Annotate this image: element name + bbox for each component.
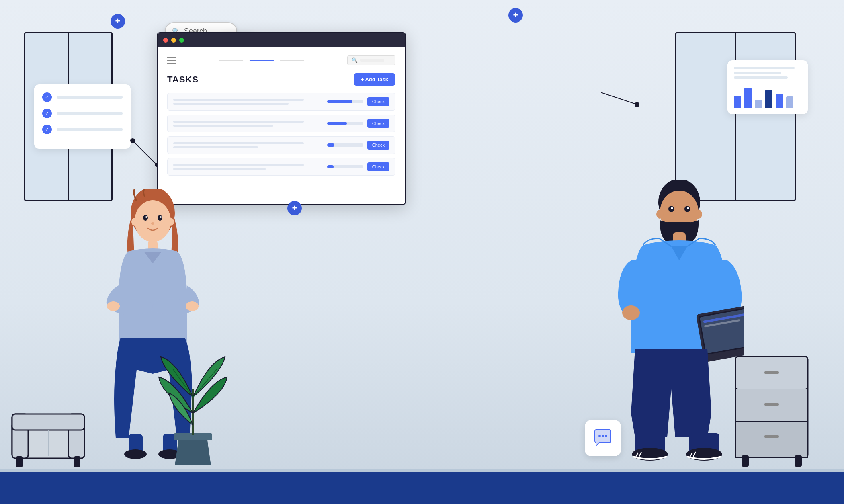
check-icon-2: ✓ — [42, 109, 52, 118]
dresser — [731, 349, 812, 471]
chart-bar-6 — [786, 96, 793, 108]
svg-point-26 — [168, 218, 174, 226]
svg-point-14 — [602, 435, 604, 437]
hamburger-line-2 — [167, 60, 176, 61]
svg-point-29 — [186, 301, 199, 311]
svg-point-23 — [160, 216, 162, 218]
svg-point-24 — [151, 222, 154, 225]
chart-bars-container — [734, 84, 801, 108]
progress-fill-4 — [327, 165, 334, 168]
task-text-line-4b — [173, 168, 266, 170]
chart-bar-5 — [776, 94, 783, 108]
task-row-3: Check — [167, 136, 395, 154]
smiley-plus-badge: + — [508, 8, 523, 23]
chart-line-1 — [734, 67, 795, 69]
progress-bg-4 — [327, 165, 363, 168]
svg-point-47 — [622, 305, 640, 320]
progress-bg-3 — [327, 143, 363, 147]
task-text-line-2b — [173, 125, 273, 127]
svg-point-28 — [107, 301, 120, 311]
nav-tab-1[interactable] — [219, 60, 243, 61]
svg-point-25 — [131, 218, 138, 226]
svg-point-44 — [656, 210, 664, 219]
chart-bar-4 — [765, 90, 772, 108]
nav-tabs — [219, 60, 304, 61]
task-text-line-1b — [173, 103, 289, 105]
svg-point-22 — [145, 216, 147, 218]
task-lines-4 — [173, 164, 327, 170]
task-text-line-2a — [173, 121, 304, 123]
progress-bg-2 — [327, 122, 363, 125]
maximize-dot[interactable] — [179, 38, 184, 43]
svg-rect-3 — [12, 414, 84, 430]
chart-line-3 — [734, 76, 788, 79]
app-search-placeholder — [360, 59, 384, 62]
minimize-dot[interactable] — [171, 38, 176, 43]
add-task-button[interactable]: + Add Task — [354, 73, 395, 86]
checklist-item-2: ✓ — [42, 109, 123, 118]
task-text-line-3a — [173, 142, 304, 144]
svg-rect-4 — [16, 456, 23, 467]
app-search-icon: 🔍 — [352, 57, 358, 63]
svg-point-42 — [671, 207, 673, 209]
check-button-3[interactable]: Check — [367, 141, 389, 150]
chat-icon — [593, 428, 613, 448]
svg-rect-66 — [764, 371, 779, 374]
task-line-3 — [57, 128, 123, 131]
svg-point-41 — [684, 206, 690, 212]
app-search[interactable]: 🔍 — [347, 55, 395, 65]
task-row-4: Check — [167, 158, 395, 176]
svg-rect-67 — [764, 403, 779, 406]
check-button-1[interactable]: Check — [367, 97, 389, 106]
svg-rect-70 — [795, 455, 802, 467]
svg-rect-65 — [735, 421, 808, 457]
svg-point-15 — [605, 435, 607, 437]
chart-text-lines — [734, 67, 801, 79]
chart-panel — [727, 60, 808, 114]
check-icon-3: ✓ — [42, 125, 52, 134]
svg-point-13 — [598, 435, 601, 437]
progress-fill-3 — [327, 143, 334, 147]
chat-plus-badge: + — [287, 201, 302, 215]
svg-point-43 — [687, 207, 689, 209]
progress-fill-2 — [327, 122, 347, 125]
check-button-2[interactable]: Check — [367, 119, 389, 128]
task-text-line-1a — [173, 99, 304, 101]
check-button-4[interactable]: Check — [367, 162, 389, 171]
svg-rect-5 — [74, 456, 80, 467]
hamburger-line-3 — [167, 63, 176, 64]
svg-point-20 — [143, 215, 148, 221]
chat-badge-group: + — [291, 207, 328, 243]
chart-bar-3 — [755, 100, 762, 108]
tasks-title: TASKS — [167, 74, 199, 85]
checklist-panel: ✓ ✓ ✓ — [34, 84, 131, 149]
task-progress-2 — [327, 122, 363, 125]
hamburger-menu[interactable] — [167, 57, 176, 64]
task-row-2: Check — [167, 115, 395, 132]
hamburger-line-1 — [167, 57, 176, 58]
chart-bar-2 — [744, 88, 752, 108]
star-plus-badge: + — [111, 14, 125, 29]
task-progress-4 — [327, 165, 363, 168]
task-row-1: Check — [167, 93, 395, 111]
checklist-item-1: ✓ — [42, 92, 123, 102]
task-lines-3 — [173, 142, 327, 148]
svg-rect-69 — [742, 455, 749, 467]
svg-point-40 — [668, 206, 674, 212]
svg-point-21 — [158, 215, 162, 221]
task-line-1 — [57, 96, 123, 99]
task-lines-2 — [173, 121, 327, 127]
svg-point-19 — [135, 200, 171, 242]
close-dot[interactable] — [163, 38, 168, 43]
browser-titlebar — [158, 33, 405, 47]
browser-window: 🔍 TASKS + Add Task Check — [157, 32, 406, 205]
plant — [157, 349, 229, 471]
sofa — [8, 390, 88, 472]
nav-tab-2-active[interactable] — [250, 60, 274, 61]
man-character — [615, 180, 744, 471]
task-progress-3 — [327, 143, 363, 147]
tasks-header: TASKS + Add Task — [167, 73, 395, 86]
nav-tab-3[interactable] — [280, 60, 304, 61]
check-icon-1: ✓ — [42, 92, 52, 102]
svg-point-45 — [695, 210, 702, 219]
